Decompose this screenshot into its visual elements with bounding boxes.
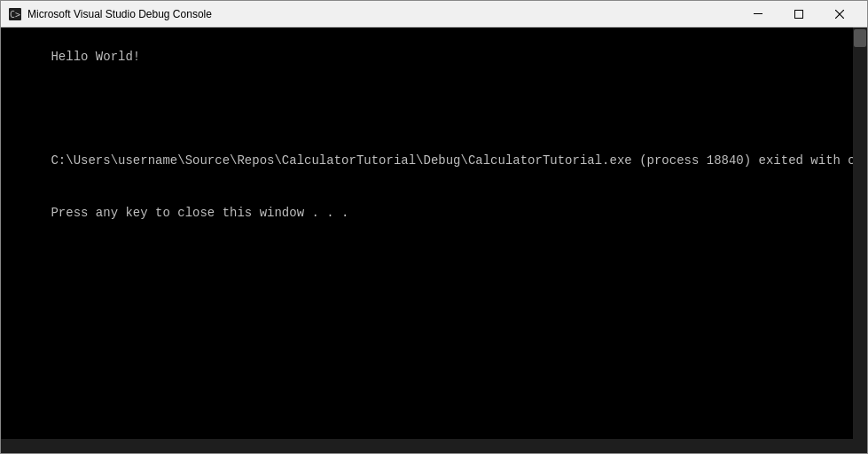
console-line-4: Press any key to close this window . . . (51, 206, 348, 220)
console-output: Hello World! C:\Users\username\Source\Re… (6, 31, 862, 239)
title-bar: C> Microsoft Visual Studio Debug Console (1, 1, 867, 27)
console-area: Hello World! C:\Users\username\Source\Re… (1, 27, 867, 453)
maximize-button[interactable] (778, 1, 819, 27)
vertical-scrollbar[interactable] (853, 27, 867, 439)
window-title: Microsoft Visual Studio Debug Console (27, 8, 738, 20)
window-controls (738, 1, 860, 27)
console-line-1: Hello World! (51, 50, 140, 64)
minimize-button[interactable] (738, 1, 778, 27)
vs-debug-icon: C> (8, 7, 22, 21)
horizontal-scrollbar[interactable] (1, 439, 853, 453)
svg-rect-2 (754, 13, 762, 14)
main-window: C> Microsoft Visual Studio Debug Console… (0, 0, 868, 454)
close-button[interactable] (819, 1, 860, 27)
scrollbar-corner (853, 439, 867, 453)
scrollbar-thumb[interactable] (854, 29, 866, 47)
console-line-3: C:\Users\username\Source\Repos\Calculato… (51, 153, 867, 168)
svg-rect-3 (795, 10, 803, 18)
svg-text:C>: C> (10, 10, 20, 20)
